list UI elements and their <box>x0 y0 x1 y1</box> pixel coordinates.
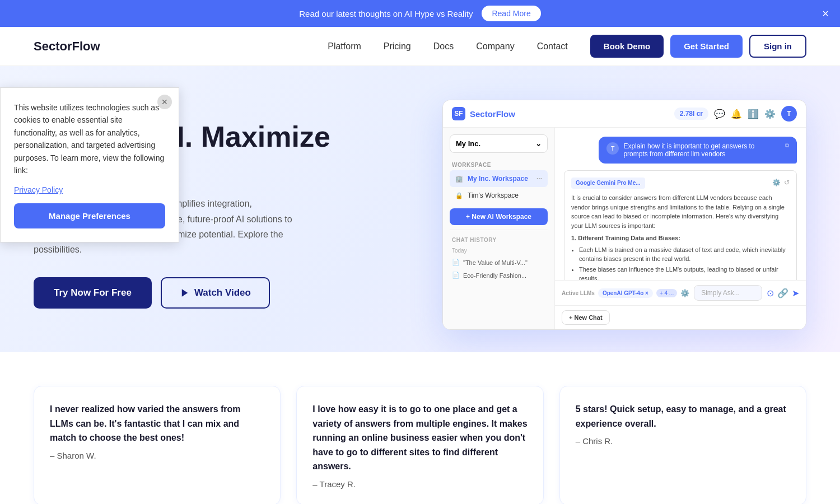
testimonial-card-2: I love how easy it is to go to one place… <box>296 386 543 504</box>
user-prompt-text: Explain how it is important to get answe… <box>623 142 781 158</box>
info-icon: ℹ️ <box>748 109 759 119</box>
testimonials-section: I never realized how varied the answers … <box>0 352 840 504</box>
nav-actions: Book Demo Get Started Sign in <box>590 35 806 58</box>
close-icon: ✕ <box>161 97 168 106</box>
ai-response: Google Gemini Pro Me... ⚙️ ↺ It is cruci… <box>564 170 797 280</box>
navbar: SectorFlow Platform Pricing Docs Company… <box>0 27 840 66</box>
sidebar-divider <box>450 230 548 230</box>
banner-text: Read our latest thoughts on AI Hype vs R… <box>299 9 473 18</box>
top-banner: Read our latest thoughts on AI Hype vs R… <box>0 0 840 27</box>
cookie-text: This website utilizes technologies such … <box>14 101 165 176</box>
app-topbar: SF SectorFlow 2.78l cr 💬 🔔 ℹ️ ⚙️ T <box>443 100 806 128</box>
play-icon <box>180 288 190 298</box>
app-logo-icon: SF <box>452 107 465 120</box>
response-text: It is crucial to consider answers from d… <box>571 193 790 280</box>
watch-video-button[interactable]: Watch Video <box>161 277 270 309</box>
doc-icon: 📄 <box>452 259 460 266</box>
workspace-section-label: WORKSPACE <box>450 158 548 170</box>
response-header: Google Gemini Pro Me... ⚙️ ↺ <box>571 178 790 189</box>
active-llms-area: Active LLMs OpenAI GPT-4o × + 4 ... ⚙️ <box>562 288 689 298</box>
testimonial-2-text: I love how easy it is to go to one place… <box>312 402 527 474</box>
llm-badge-text: OpenAI GPT-4o × <box>603 290 648 296</box>
app-sidebar: My Inc. ⌄ WORKSPACE 🏢 My Inc. Workspace … <box>443 128 555 329</box>
nav-link-company[interactable]: Company <box>476 41 514 52</box>
settings-icon: ⚙️ <box>764 109 776 119</box>
new-workspace-button[interactable]: + New AI Workspace <box>450 208 548 225</box>
llm-settings-icon[interactable]: ⚙️ <box>680 289 689 297</box>
book-demo-button[interactable]: Book Demo <box>590 35 664 58</box>
active-llms-label: Active LLMs <box>562 290 595 296</box>
user-chat-bubble: T Explain how it is important to get ans… <box>599 137 797 164</box>
nav-link-platform[interactable]: Platform <box>328 41 361 52</box>
workspace-selector[interactable]: My Inc. ⌄ <box>450 134 548 153</box>
cookie-privacy-link[interactable]: Privacy Policy <box>14 185 165 194</box>
nav-link-pricing[interactable]: Pricing <box>384 41 411 52</box>
app-bottom-bar: Active LLMs OpenAI GPT-4o × + 4 ... ⚙️ S… <box>555 280 806 305</box>
bell-icon: 🔔 <box>731 109 742 119</box>
history-item-1[interactable]: 📄 "The Value of Multi-V..." <box>450 256 548 269</box>
refresh-icon: ↺ <box>784 178 790 188</box>
nav-links: Platform Pricing Docs Company Contact <box>328 41 568 52</box>
history-item-1-text: "The Value of Multi-V..." <box>463 259 528 266</box>
app-logo-area: SF SectorFlow <box>452 107 669 120</box>
new-chat-row: + New Chat <box>555 305 806 329</box>
history-item-2[interactable]: 📄 Eco-Friendly Fashion... <box>450 269 548 282</box>
response-bullets-1: Each LLM is trained on a massive dataset… <box>571 245 790 281</box>
chat-input-bar[interactable]: Simply Ask... <box>694 285 762 301</box>
hero-section: ✕ This website utilizes technologies suc… <box>0 66 840 352</box>
llm-badge-gpt4[interactable]: OpenAI GPT-4o × <box>598 288 653 298</box>
app-screenshot: SF SectorFlow 2.78l cr 💬 🔔 ℹ️ ⚙️ T My I <box>442 100 806 330</box>
nav-link-docs[interactable]: Docs <box>433 41 454 52</box>
testimonial-card-1: I never realized how varied the answers … <box>34 386 281 504</box>
hero-image: SF SectorFlow 2.78l cr 💬 🔔 ℹ️ ⚙️ T My I <box>330 100 806 330</box>
workspace-icon: 🏢 <box>455 175 463 183</box>
cookie-close-button[interactable]: ✕ <box>157 95 172 109</box>
llm-count-badge[interactable]: + 4 ... <box>656 289 677 297</box>
testimonial-3-text: 5 stars! Quick setup, easy to manage, an… <box>576 402 790 431</box>
app-user-avatar[interactable]: T <box>781 106 797 122</box>
credits-badge: 2.78l cr <box>674 108 708 120</box>
testimonial-2-author: – Tracey R. <box>312 479 527 489</box>
toggle-icon[interactable]: ⊙ <box>767 288 774 298</box>
sidebar-item-label-tims: Tim's Workspace <box>468 192 519 199</box>
response-intro: It is crucial to consider answers from d… <box>571 193 790 230</box>
banner-close-button[interactable]: × <box>822 8 829 19</box>
app-topbar-actions: 2.78l cr 💬 🔔 ℹ️ ⚙️ T <box>674 106 797 122</box>
app-main: T Explain how it is important to get ans… <box>555 128 806 329</box>
attachment-icon[interactable]: 🔗 <box>777 288 788 298</box>
nav-link-contact[interactable]: Contact <box>537 41 568 52</box>
response-section1-title: 1. Different Training Data and Biases: <box>571 234 790 243</box>
app-body: My Inc. ⌄ WORKSPACE 🏢 My Inc. Workspace … <box>443 128 806 329</box>
new-chat-button[interactable]: + New Chat <box>562 310 610 325</box>
bullet-1-2: These biases can influence the LLM's out… <box>579 265 790 281</box>
testimonial-1-author: – Sharon W. <box>50 451 264 460</box>
send-icon[interactable]: ➤ <box>792 288 799 298</box>
testimonial-3-author: – Chris R. <box>576 436 790 446</box>
hero-buttons: Try Now For Free Watch Video <box>34 277 330 309</box>
banner-read-more-button[interactable]: Read More <box>482 6 540 21</box>
response-actions: ⚙️ ↺ <box>772 178 790 188</box>
input-action-icons: ⊙ 🔗 ➤ <box>767 288 799 298</box>
copy-icon: ⧉ <box>785 142 789 149</box>
workspace-name: My Inc. <box>456 139 480 148</box>
get-started-button[interactable]: Get Started <box>670 35 743 58</box>
chat-icon: 💬 <box>714 109 725 119</box>
sign-in-button[interactable]: Sign in <box>749 35 806 58</box>
settings-response-icon: ⚙️ <box>772 178 781 188</box>
manage-preferences-button[interactable]: Manage Preferences <box>14 203 165 228</box>
input-placeholder-text: Simply Ask... <box>701 289 740 297</box>
sidebar-item-my-workspace[interactable]: 🏢 My Inc. Workspace ··· <box>450 170 548 187</box>
app-logo-text: SectorFlow <box>470 109 515 119</box>
testimonial-1-text: I never realized how varied the answers … <box>50 402 264 445</box>
chat-history-label: CHAT HISTORY <box>450 235 548 245</box>
more-icon: ··· <box>536 175 542 183</box>
lock-icon: 🔒 <box>455 192 463 199</box>
history-item-2-text: Eco-Friendly Fashion... <box>463 272 526 279</box>
user-avatar-small: T <box>606 142 619 155</box>
today-label: Today <box>450 245 548 256</box>
sidebar-item-label-my-workspace: My Inc. Workspace <box>468 175 528 183</box>
try-now-button[interactable]: Try Now For Free <box>34 277 152 309</box>
cookie-banner: ✕ This website utilizes technologies suc… <box>0 87 179 242</box>
sidebar-item-tims-workspace[interactable]: 🔒 Tim's Workspace <box>450 187 548 204</box>
app-chat-area: T Explain how it is important to get ans… <box>555 128 806 280</box>
